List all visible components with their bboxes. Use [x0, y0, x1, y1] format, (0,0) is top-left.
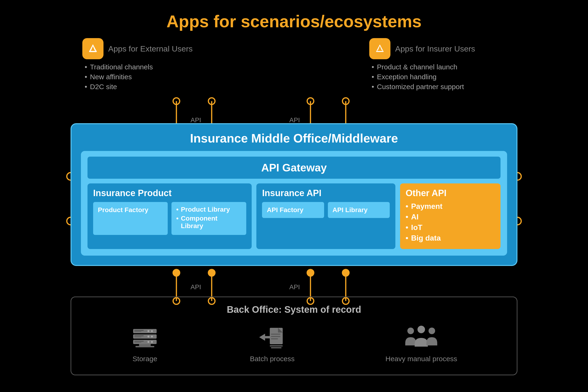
product-factory-label: Product Factory [98, 206, 148, 214]
api-factory-label: API Factory [267, 206, 304, 214]
heavy-manual-icon [402, 324, 440, 351]
external-bullet-3: D2C site [85, 83, 153, 91]
external-bullet-1: Traditional channels [85, 63, 153, 71]
insurer-app-title: Apps for Insurer Users [395, 44, 475, 54]
library-card: Product Library Component Library [172, 202, 246, 235]
storage-label: Storage [133, 355, 157, 363]
svg-rect-65 [270, 346, 283, 346]
insurer-bullet-3: Customized partner support [372, 83, 464, 91]
middle-office-box: Insurance Middle Office/Middleware API G… [70, 123, 518, 266]
insurer-users-group: Apps for Insurer Users Product & channel… [369, 38, 506, 93]
insurance-api-box: Insurance API API Factory API Library [256, 184, 395, 249]
middle-office-title: Insurance Middle Office/Middleware [81, 131, 507, 145]
external-app-icon [82, 38, 104, 59]
insurer-bullet-2: Exception handling [372, 73, 464, 81]
other-api-box: Other API Payment AI IoT Big data [400, 184, 500, 249]
svg-point-67 [407, 328, 414, 334]
insurance-product-cards: Product Factory Product Library Componen… [93, 202, 246, 235]
svg-point-68 [418, 326, 425, 333]
svg-rect-52 [134, 335, 144, 336]
svg-rect-44 [133, 329, 157, 333]
insurance-product-box: Insurance Product Product Factory Produc… [88, 184, 252, 249]
api-library-card: API Library [328, 202, 390, 218]
svg-point-50 [151, 336, 153, 338]
back-office-title: Back Office: System of record [86, 304, 502, 315]
svg-rect-54 [133, 340, 157, 344]
svg-rect-63 [271, 336, 280, 337]
svg-rect-49 [133, 334, 157, 338]
svg-rect-64 [271, 338, 278, 339]
heavy-manual-item: Heavy manual process [386, 324, 457, 363]
library-bullets: Product Library Component Library [176, 206, 241, 230]
svg-point-56 [148, 341, 149, 343]
api-library-label: API Library [332, 206, 368, 214]
svg-point-69 [428, 328, 435, 334]
back-office-icons: Storage [86, 324, 502, 363]
svg-point-51 [148, 336, 149, 338]
svg-point-45 [151, 330, 153, 332]
external-app-header: Apps for External Users [82, 38, 193, 59]
svg-point-46 [148, 330, 149, 332]
svg-rect-66 [271, 347, 282, 348]
other-api-bigdata: Big data [406, 234, 495, 242]
svg-rect-57 [134, 341, 144, 342]
svg-point-55 [151, 341, 153, 343]
api-gateway-title: API Gateway [261, 162, 327, 174]
api-factory-card: API Factory [262, 202, 324, 218]
svg-rect-41 [89, 51, 97, 52]
other-api-ai: AI [406, 212, 495, 221]
insurance-api-cards: API Factory API Library [262, 202, 390, 218]
main-title: Apps for scenarios/ecosystems [166, 12, 422, 31]
insurer-bullet-1: Product & channel launch [372, 63, 464, 71]
top-apps-section: Apps for External Users Traditional chan… [82, 38, 506, 93]
product-factory-card: Product Factory [93, 202, 168, 235]
batch-process-item: Batch process [250, 324, 294, 363]
svg-rect-62 [271, 334, 280, 334]
insurer-app-header: Apps for Insurer Users [369, 38, 475, 59]
insurance-api-title: Insurance API [262, 188, 390, 198]
back-office-box: Back Office: System of record [70, 296, 518, 375]
other-api-iot: IoT [406, 223, 495, 232]
storage-icon [131, 327, 159, 351]
svg-rect-58 [134, 342, 141, 342]
insurer-app-icon [369, 38, 390, 59]
svg-rect-59 [139, 344, 151, 346]
product-api-row: Insurance Product Product Factory Produc… [88, 184, 500, 249]
other-api-title: Other API [406, 188, 495, 198]
inner-box: API Gateway Insurance Product Product Fa… [81, 151, 507, 256]
svg-rect-53 [134, 337, 141, 337]
storage-item: Storage [131, 327, 159, 363]
external-app-bullets: Traditional channels New affinities D2C … [82, 63, 153, 93]
batch-process-icon [257, 324, 288, 351]
svg-rect-42 [374, 42, 386, 55]
external-app-title: Apps for External Users [108, 44, 193, 54]
component-library-item: Component Library [176, 215, 241, 230]
middle-office-wrapper: Insurance Middle Office/Middleware API G… [70, 123, 518, 266]
svg-rect-48 [134, 331, 141, 332]
other-api-bullets: Payment AI IoT Big data [406, 202, 495, 242]
svg-rect-60 [136, 346, 154, 347]
external-users-group: Apps for External Users Traditional chan… [82, 38, 219, 93]
external-bullet-2: New affinities [85, 73, 153, 81]
product-library-item: Product Library [176, 206, 241, 213]
api-gateway-box: API Gateway [88, 156, 500, 179]
insurer-app-bullets: Product & channel launch Exception handl… [369, 63, 464, 93]
svg-rect-43 [376, 51, 384, 52]
heavy-manual-label: Heavy manual process [386, 355, 457, 363]
batch-process-label: Batch process [250, 355, 294, 363]
svg-rect-47 [134, 330, 144, 331]
insurance-product-title: Insurance Product [93, 188, 246, 198]
other-api-payment: Payment [406, 202, 495, 211]
